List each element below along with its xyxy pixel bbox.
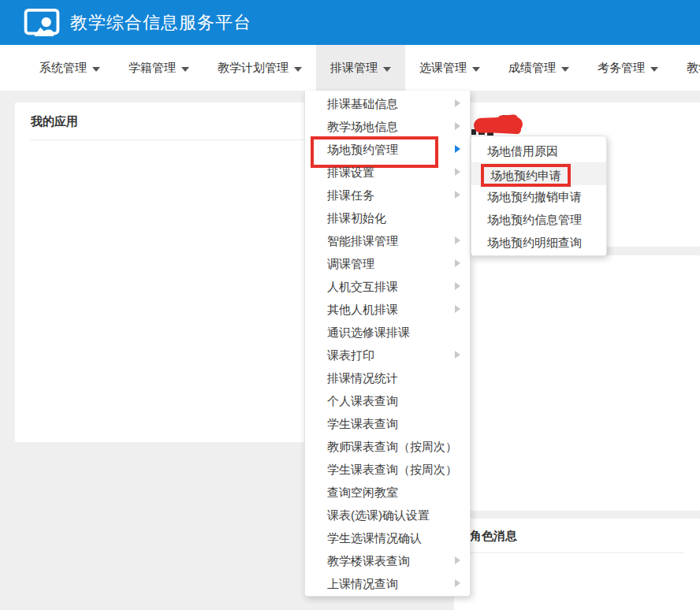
submenu-arrow-icon	[455, 236, 460, 244]
menu-item[interactable]: 人机交互排课	[305, 275, 470, 298]
redaction-scribble	[471, 113, 534, 137]
submenu-arrow-icon	[455, 259, 460, 267]
menu-item-label: 排课任务	[327, 188, 374, 202]
submenu-arrow-icon	[455, 305, 460, 313]
menu-item[interactable]: 课表打印	[305, 344, 470, 366]
nav-item-label: 考务管理	[598, 61, 645, 76]
submenu-arrow-icon	[455, 191, 460, 199]
menu-item[interactable]: 排课设置	[305, 161, 470, 184]
venue-reservation-submenu: 场地借用原因 场地预约申请 场地预约撤销申请 场地预约信息管理 场地预约明细查询	[471, 136, 607, 256]
nav-item-label: 学籍管理	[128, 61, 176, 76]
submenu-item-label: 场地预约信息管理	[487, 213, 582, 226]
submenu-item[interactable]: 场地预约明细查询	[471, 231, 606, 254]
caret-down-icon	[561, 67, 569, 72]
nav-item[interactable]: 学籍管理	[114, 45, 203, 91]
menu-item-label: 上课情况查询	[327, 577, 398, 590]
role-messages-title: 角色消息	[454, 519, 700, 553]
menu-item-label: 人机交互排课	[327, 280, 398, 293]
nav-item[interactable]: 成绩管理	[494, 45, 583, 91]
role-messages-panel: 角色消息	[454, 519, 700, 610]
nav-item[interactable]: 排课管理	[316, 45, 405, 91]
menu-item-label: 智能排课管理	[327, 234, 398, 247]
menu-item-label: 学生课表查询（按周次）	[327, 463, 457, 476]
nav-item[interactable]: 教学计划管理	[203, 45, 316, 91]
menu-item[interactable]: 通识选修课排课	[305, 321, 470, 344]
submenu-item[interactable]: 场地预约撤销申请	[471, 185, 606, 208]
menu-item[interactable]: 智能排课管理	[305, 229, 470, 252]
menu-item-label: 排课情况统计	[327, 371, 398, 385]
screen-user-icon	[24, 8, 60, 38]
submenu-item[interactable]: 场地预约信息管理	[471, 208, 606, 231]
menu-item[interactable]: 调课管理	[305, 252, 470, 275]
caret-down-icon	[92, 67, 100, 72]
scheduling-dropdown-menu: 排课基础信息 教学场地信息 场地预约管理 排课设置 排课任务 排课初始化 智能排…	[304, 91, 471, 597]
caret-down-icon	[650, 67, 658, 72]
menu-item[interactable]: 个人课表查询	[305, 389, 470, 412]
submenu-arrow-icon	[455, 145, 460, 153]
menu-item[interactable]: 学生课表查询	[305, 412, 470, 435]
submenu-arrow-icon	[455, 351, 460, 359]
submenu-item-label: 场地预约申请	[481, 164, 571, 187]
menu-item-label: 教学场地信息	[327, 120, 398, 133]
menu-item-label: 其他人机排课	[327, 303, 398, 316]
menu-item[interactable]: 排课任务	[305, 184, 470, 206]
menu-item[interactable]: 其他人机排课	[305, 298, 470, 321]
submenu-arrow-icon	[455, 579, 460, 587]
submenu-item-label: 场地预约撤销申请	[487, 190, 582, 203]
submenu-arrow-icon	[455, 168, 460, 176]
menu-item-label: 查询空闲教室	[327, 485, 398, 499]
nav-item-label: 选课管理	[419, 61, 467, 76]
nav-item-label: 系统管理	[39, 61, 87, 76]
menu-item[interactable]: 排课情况统计	[305, 366, 470, 389]
menu-item[interactable]: 教师课表查询（按周次）	[305, 435, 470, 458]
page-title: 教学综合信息服务平台	[70, 11, 251, 35]
menu-item[interactable]: 排课初始化	[305, 206, 470, 229]
menu-item-label: 排课设置	[327, 166, 374, 179]
submenu-item[interactable]: 场地借用原因	[471, 139, 606, 162]
menu-item[interactable]: 学生选课情况确认	[305, 526, 470, 549]
submenu-arrow-icon	[455, 282, 460, 290]
menu-item-label: 排课初始化	[327, 211, 386, 225]
menu-item[interactable]: 课表(选课)确认设置	[305, 504, 470, 526]
nav-item[interactable]: 系统管理	[25, 45, 114, 91]
submenu-arrow-icon	[455, 556, 460, 564]
menu-item-label: 教师课表查询（按周次）	[327, 440, 457, 453]
menu-item-label: 学生课表查询	[327, 417, 398, 430]
main-nav: 系统管理 学籍管理 教学计划管理 排课管理 选课管理 成绩管理 考务管理 教学评…	[0, 45, 700, 91]
caret-down-icon	[294, 67, 302, 72]
nav-item-label: 教学计划管理	[218, 61, 289, 76]
caret-down-icon	[181, 67, 189, 72]
menu-item-label: 场地预约管理	[327, 143, 398, 156]
menu-item[interactable]: 教学场地信息	[305, 115, 470, 138]
menu-item-label: 课表打印	[327, 348, 374, 362]
nav-item-label: 排课管理	[330, 61, 378, 76]
menu-item[interactable]: 上课情况查询	[305, 572, 470, 595]
menu-item[interactable]: 教学楼课表查询	[305, 549, 470, 572]
menu-item[interactable]: 查询空闲教室	[305, 481, 470, 504]
menu-item-label: 教学楼课表查询	[327, 554, 410, 567]
menu-item[interactable]: 场地预约管理	[305, 138, 470, 161]
nav-item-label: 成绩管理	[508, 61, 556, 76]
submenu-item-label: 场地借用原因	[487, 144, 558, 158]
menu-item[interactable]: 排课基础信息	[305, 92, 470, 115]
app-header: 教学综合信息服务平台	[0, 0, 700, 45]
menu-item-label: 调课管理	[327, 257, 374, 270]
menu-item-label: 课表(选课)确认设置	[327, 508, 430, 522]
submenu-arrow-icon	[455, 122, 460, 130]
nav-item[interactable]: 教学评教管理	[672, 45, 700, 91]
submenu-item-label: 场地预约明细查询	[487, 236, 582, 249]
menu-item-label: 学生选课情况确认	[327, 531, 422, 545]
nav-item-label: 教学评教管理	[687, 61, 700, 76]
caret-down-icon	[472, 67, 480, 72]
menu-item-label: 排课基础信息	[327, 97, 398, 110]
nav-item[interactable]: 选课管理	[405, 45, 494, 91]
right-middle-panel	[454, 255, 700, 511]
menu-item-label: 通识选修课排课	[327, 325, 410, 339]
submenu-item[interactable]: 场地预约申请	[471, 162, 606, 185]
nav-item[interactable]: 考务管理	[583, 45, 672, 91]
submenu-arrow-icon	[455, 99, 460, 107]
caret-down-icon	[383, 67, 391, 72]
menu-item[interactable]: 学生课表查询（按周次）	[305, 458, 470, 481]
menu-item-label: 个人课表查询	[327, 394, 398, 407]
